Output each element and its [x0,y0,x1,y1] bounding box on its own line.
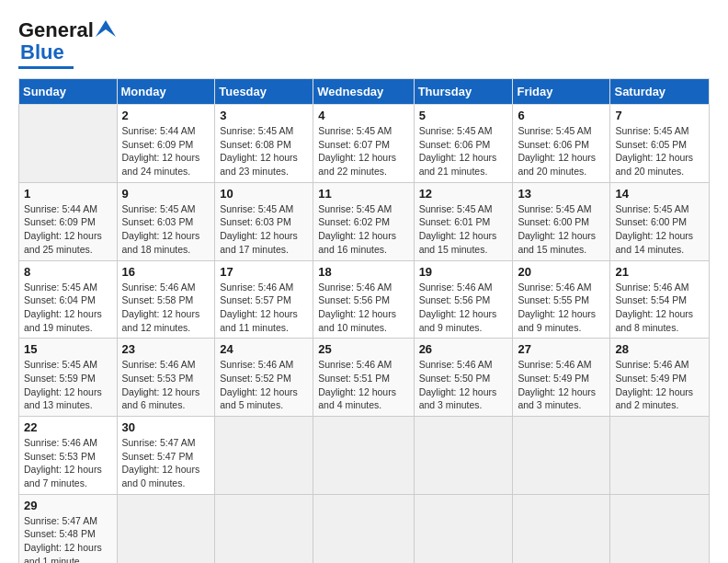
day-number: 20 [518,265,605,279]
day-number: 3 [220,109,308,122]
day-info: Sunrise: 5:46 AMSunset: 5:56 PMDaylight:… [419,281,508,335]
header-sunday: Sunday [19,79,118,105]
calendar-cell: 24Sunrise: 5:46 AMSunset: 5:52 PMDayligh… [215,339,313,417]
header-saturday: Saturday [610,79,710,105]
day-info: Sunrise: 5:44 AMSunset: 6:09 PMDaylight:… [24,202,112,257]
calendar-cell: 23Sunrise: 5:46 AMSunset: 5:53 PMDayligh… [117,339,215,417]
day-number: 14 [615,187,704,201]
calendar-cell: 18Sunrise: 5:46 AMSunset: 5:56 PMDayligh… [313,260,414,339]
day-info: Sunrise: 5:45 AMSunset: 6:05 PMDaylight:… [615,124,704,178]
calendar-cell: 3Sunrise: 5:45 AMSunset: 6:08 PMDaylight… [215,105,313,183]
day-info: Sunrise: 5:46 AMSunset: 5:55 PMDaylight:… [518,281,605,335]
day-number: 26 [419,342,508,356]
day-number: 4 [318,109,408,122]
day-number: 9 [122,187,210,201]
calendar-cell: 5Sunrise: 5:45 AMSunset: 6:06 PMDaylight… [414,105,513,183]
day-number: 21 [615,265,704,279]
day-number: 28 [615,342,704,356]
logo-underline [18,66,74,69]
calendar-cell: 10Sunrise: 5:45 AMSunset: 6:03 PMDayligh… [215,182,313,260]
weekday-header-row: Sunday Monday Tuesday Wednesday Thursday… [19,79,710,105]
calendar-cell: 25Sunrise: 5:46 AMSunset: 5:51 PMDayligh… [313,339,414,417]
calendar-cell [117,494,215,563]
header-monday: Monday [117,79,215,105]
calendar-cell: 20Sunrise: 5:46 AMSunset: 5:55 PMDayligh… [513,260,610,339]
day-number: 7 [615,109,704,122]
day-info: Sunrise: 5:44 AMSunset: 6:09 PMDaylight:… [122,124,210,178]
calendar-cell [215,417,313,495]
day-number: 15 [24,342,112,356]
day-number: 13 [518,187,605,201]
calendar-cell: 17Sunrise: 5:46 AMSunset: 5:57 PMDayligh… [215,260,313,339]
calendar-week-row: 15Sunrise: 5:45 AMSunset: 5:59 PMDayligh… [19,339,710,417]
calendar-week-row: 8Sunrise: 5:45 AMSunset: 6:04 PMDaylight… [19,260,710,339]
calendar-cell: 14Sunrise: 5:45 AMSunset: 6:00 PMDayligh… [610,182,710,260]
calendar-cell [610,494,710,563]
header-wednesday: Wednesday [313,79,414,105]
day-number: 10 [220,187,308,201]
calendar-cell [19,105,118,183]
header-friday: Friday [513,79,610,105]
logo-bird-icon [96,20,116,37]
calendar-cell [313,494,414,563]
day-number: 12 [419,187,508,201]
header-tuesday: Tuesday [215,79,313,105]
calendar-cell: 29Sunrise: 5:47 AMSunset: 5:48 PMDayligh… [19,494,118,563]
day-info: Sunrise: 5:45 AMSunset: 6:04 PMDaylight:… [24,281,112,335]
day-number: 17 [220,265,308,279]
day-info: Sunrise: 5:46 AMSunset: 5:53 PMDaylight:… [122,358,210,412]
calendar-cell: 6Sunrise: 5:45 AMSunset: 6:06 PMDaylight… [513,105,610,183]
day-number: 23 [122,342,210,356]
calendar-table: Sunday Monday Tuesday Wednesday Thursday… [18,78,710,563]
day-info: Sunrise: 5:45 AMSunset: 6:01 PMDaylight:… [419,202,508,257]
day-number: 8 [24,265,112,279]
day-number: 1 [24,187,112,201]
day-info: Sunrise: 5:45 AMSunset: 5:59 PMDaylight:… [24,358,112,412]
calendar-cell: 12Sunrise: 5:45 AMSunset: 6:01 PMDayligh… [414,182,513,260]
logo-general: General [18,18,94,42]
day-number: 30 [122,420,210,434]
day-number: 19 [419,265,508,279]
day-info: Sunrise: 5:45 AMSunset: 6:07 PMDaylight:… [318,124,408,178]
calendar-cell: 22Sunrise: 5:46 AMSunset: 5:53 PMDayligh… [19,417,118,495]
calendar-cell: 11Sunrise: 5:45 AMSunset: 6:02 PMDayligh… [313,182,414,260]
calendar-cell: 19Sunrise: 5:46 AMSunset: 5:56 PMDayligh… [414,260,513,339]
calendar-cell [414,417,513,495]
day-number: 25 [318,342,408,356]
day-number: 5 [419,109,508,122]
calendar-cell [513,494,610,563]
logo-blue: Blue [20,40,64,63]
calendar-cell: 8Sunrise: 5:45 AMSunset: 6:04 PMDaylight… [19,260,118,339]
calendar-cell: 28Sunrise: 5:46 AMSunset: 5:49 PMDayligh… [610,339,710,417]
calendar-cell [610,417,710,495]
calendar-cell [513,417,610,495]
logo: General Blue [18,18,116,69]
calendar-week-row: 29Sunrise: 5:47 AMSunset: 5:48 PMDayligh… [19,494,710,563]
day-info: Sunrise: 5:45 AMSunset: 6:08 PMDaylight:… [220,124,308,178]
calendar-week-row: 22Sunrise: 5:46 AMSunset: 5:53 PMDayligh… [19,417,710,495]
calendar-cell: 2Sunrise: 5:44 AMSunset: 6:09 PMDaylight… [117,105,215,183]
day-info: Sunrise: 5:45 AMSunset: 6:06 PMDaylight:… [518,124,605,178]
day-info: Sunrise: 5:45 AMSunset: 6:00 PMDaylight:… [615,202,704,257]
day-number: 24 [220,342,308,356]
day-number: 27 [518,342,605,356]
day-info: Sunrise: 5:45 AMSunset: 6:02 PMDaylight:… [318,202,408,257]
day-number: 11 [318,187,408,201]
day-info: Sunrise: 5:46 AMSunset: 5:53 PMDaylight:… [24,436,112,490]
svg-marker-0 [96,20,116,37]
day-number: 22 [24,420,112,434]
day-info: Sunrise: 5:45 AMSunset: 6:06 PMDaylight:… [419,124,508,178]
calendar-cell: 21Sunrise: 5:46 AMSunset: 5:54 PMDayligh… [610,260,710,339]
day-info: Sunrise: 5:46 AMSunset: 5:56 PMDaylight:… [318,281,408,335]
calendar-cell: 26Sunrise: 5:46 AMSunset: 5:50 PMDayligh… [414,339,513,417]
calendar-cell: 1Sunrise: 5:44 AMSunset: 6:09 PMDaylight… [19,182,118,260]
day-number: 16 [122,265,210,279]
calendar-cell: 27Sunrise: 5:46 AMSunset: 5:49 PMDayligh… [513,339,610,417]
day-info: Sunrise: 5:46 AMSunset: 5:49 PMDaylight:… [518,358,605,412]
calendar-cell: 30Sunrise: 5:47 AMSunset: 5:47 PMDayligh… [117,417,215,495]
day-info: Sunrise: 5:45 AMSunset: 6:00 PMDaylight:… [518,202,605,257]
day-info: Sunrise: 5:46 AMSunset: 5:54 PMDaylight:… [615,281,704,335]
day-info: Sunrise: 5:45 AMSunset: 6:03 PMDaylight:… [122,202,210,257]
header-thursday: Thursday [414,79,513,105]
day-info: Sunrise: 5:45 AMSunset: 6:03 PMDaylight:… [220,202,308,257]
